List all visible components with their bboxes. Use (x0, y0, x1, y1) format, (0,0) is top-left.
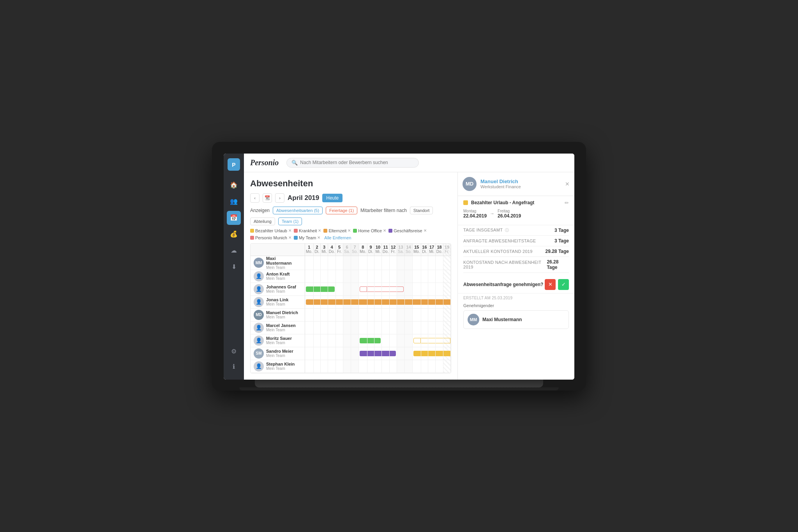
cell-manuel-13 (397, 309, 405, 322)
cell-moritz-5 (336, 334, 343, 347)
cell-maxi-12 (390, 256, 397, 270)
tag-remove-geschaeftsreise[interactable]: ✕ (424, 228, 427, 233)
cell-sandro-10 (374, 347, 382, 360)
stats-row-kontostand: AKTUELLER KONTOSTAND 2019 29.28 Tage (463, 246, 569, 257)
avatar-jonas: 👤 (254, 297, 264, 307)
approve-label: Abwesenheitsanfrage genehmigen? (463, 282, 543, 287)
cell-sandro-19 (443, 347, 451, 360)
cell-sandro-8 (359, 347, 367, 360)
cell-stephan-2 (314, 360, 321, 373)
cell-manuel-8 (359, 309, 367, 322)
cell-sandro-12 (390, 347, 397, 360)
approver-section: Genehmigender MM Maxi Mustermann (458, 301, 574, 333)
search-bar[interactable]: 🔍 (286, 158, 419, 168)
team-button[interactable]: Team (1) (278, 217, 302, 225)
employee-row-stephan: 👤 Stephan Klein Mein Team (251, 360, 305, 373)
cell-sandro-11 (382, 347, 390, 360)
cell-marcel-15 (413, 322, 421, 334)
absence-type-name: Bezahlter Urlaub - Angefragt (471, 200, 561, 205)
tag-remove-home-office[interactable]: ✕ (383, 228, 386, 233)
cell-anton-18 (436, 270, 444, 283)
sidebar-item-info[interactable]: ℹ (227, 360, 241, 374)
today-button[interactable]: Heute (322, 194, 343, 202)
cell-anton-7 (351, 270, 359, 283)
avatar-anton: 👤 (254, 271, 264, 281)
info-icon: ⓘ (505, 228, 509, 232)
cell-stephan-13 (397, 360, 405, 373)
day-header-2: 2Di. (314, 244, 321, 256)
cell-manuel-16 (421, 309, 429, 322)
edit-icon[interactable]: ✏ (565, 200, 569, 206)
sidebar-item-settings[interactable]: ⚙ (227, 345, 241, 359)
cell-jonas-16 (421, 296, 429, 309)
cell-marcel-6 (343, 322, 351, 334)
cell-jonas-10 (374, 296, 382, 309)
cell-stephan-11 (382, 360, 390, 373)
tage-insgesamt-label: TAGE INSGESAMT ⓘ (463, 228, 509, 233)
cell-johannes-10 (374, 283, 382, 296)
cell-moritz-9 (367, 334, 375, 347)
prev-month-button[interactable]: ‹ (250, 193, 260, 203)
feiertage-button[interactable]: Feiertage (1) (326, 207, 357, 214)
calendar-grid: 1Mo. 2Di. 3Mi. 4Do. 5Fr. 6Sa. 7So. 8Mo. … (250, 243, 451, 373)
tag-remove-bezahlter-urlaub[interactable]: ✕ (288, 228, 291, 233)
svg-text:P: P (232, 162, 235, 168)
cell-johannes-4 (328, 283, 336, 296)
cell-moritz-6 (343, 334, 351, 347)
tag-remove-elternzeit[interactable]: ✕ (348, 228, 351, 233)
tag-remove-krankheit[interactable]: ✕ (318, 228, 321, 233)
sidebar-item-upload[interactable]: ☁ (227, 244, 241, 258)
cell-marcel-5 (336, 322, 343, 334)
cell-jonas-5 (336, 296, 343, 309)
abteilung-button[interactable]: Abteilung (250, 217, 275, 225)
stats-row-tage: TAGE INSGESAMT ⓘ 3 Tage (463, 225, 569, 236)
tag-geschaeftsreise: Geschäftsreise ✕ (388, 228, 426, 233)
cell-johannes-13 (397, 283, 405, 296)
clear-all-button[interactable]: Alle Entfernen (324, 235, 351, 240)
day-header-8: 8Mo. (359, 244, 367, 256)
anzeigen-filter-row: Anzeigen Abwesenheitsarten (5) Feiertage… (250, 207, 451, 225)
sidebar-item-download[interactable]: ⬇ (227, 260, 241, 274)
tag-remove-my-team[interactable]: ✕ (317, 235, 320, 240)
cell-anton-1 (305, 270, 314, 283)
sidebar-item-employees[interactable]: 👥 (227, 194, 241, 209)
cell-sandro-1 (305, 347, 314, 360)
day-header-12: 12Fr. (390, 244, 397, 256)
tags-row: Bezahlter Urlaub ✕ Krankheit ✕ Elternzei… (250, 228, 451, 240)
cell-maxi-5 (336, 256, 343, 270)
day-header-9: 9Di. (367, 244, 375, 256)
panel-close-button[interactable]: ✕ (565, 181, 570, 187)
sidebar-item-home[interactable]: 🏠 (227, 178, 241, 192)
cell-moritz-13 (397, 334, 405, 347)
tag-remove-personio-munich[interactable]: ✕ (288, 235, 291, 240)
cell-marcel-19 (443, 322, 451, 334)
search-input[interactable] (300, 160, 414, 165)
standort-button[interactable]: Standort (410, 207, 433, 214)
cell-marcel-2 (314, 322, 321, 334)
absence-type-dot (463, 200, 468, 205)
sidebar-item-payroll[interactable]: 💰 (227, 227, 241, 241)
anfrage-value: 3 Tage (554, 238, 569, 244)
cell-marcel-4 (328, 322, 336, 334)
next-month-button[interactable]: › (275, 193, 284, 203)
abwesenheitsarten-button[interactable]: Abwesenheitsarten (5) (273, 207, 323, 214)
cell-stephan-14 (405, 360, 413, 373)
cell-jonas-12 (390, 296, 397, 309)
arrow-icon: → (490, 211, 494, 216)
approve-button[interactable]: ✓ (558, 279, 569, 290)
cell-anton-10 (374, 270, 382, 283)
cell-manuel-12 (390, 309, 397, 322)
cell-stephan-1 (305, 360, 314, 373)
calendar-picker-button[interactable]: 📆 (263, 193, 272, 203)
cell-stephan-16 (421, 360, 429, 373)
cell-maxi-14 (405, 256, 413, 270)
cell-moritz-18 (436, 334, 444, 347)
cell-maxi-3 (321, 256, 328, 270)
deny-button[interactable]: ✕ (545, 279, 556, 290)
cell-manuel-14 (405, 309, 413, 322)
cell-johannes-12 (390, 283, 397, 296)
cell-jonas-1 (305, 296, 314, 309)
cell-anton-17 (428, 270, 436, 283)
cell-stephan-6 (343, 360, 351, 373)
sidebar-item-calendar[interactable]: 📅 (227, 211, 241, 225)
